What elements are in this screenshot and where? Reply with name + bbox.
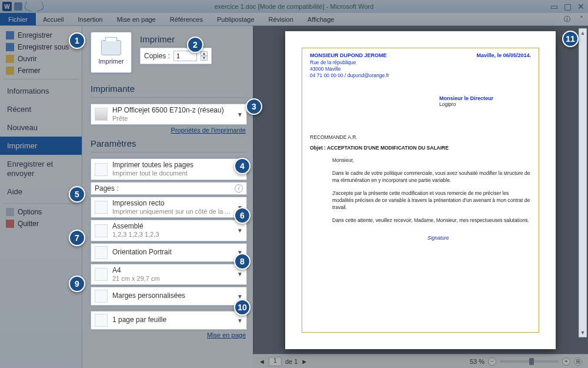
chevron-down-icon: ▼ <box>237 111 243 118</box>
doc-para1: Dans le cadre de votre politique commerc… <box>332 170 531 184</box>
printer-name: HP Officejet 6500 E710n-z (réseau) <box>112 107 232 115</box>
doc-greeting: Monsieur, <box>332 157 531 164</box>
zoom-in-button[interactable]: + <box>562 357 570 366</box>
zoom-out-button[interactable]: − <box>488 357 496 366</box>
printer-properties-link[interactable]: Propriétés de l'imprimante <box>91 127 246 134</box>
printer-dropdown[interactable]: HP Officejet 6500 E710n-z (réseau) Prête… <box>91 104 247 125</box>
chevron-down-icon: ▼ <box>237 317 243 324</box>
setting-duplex-dropdown[interactable]: Impression rectoImprimer uniquement sur … <box>91 197 247 218</box>
tab-references[interactable]: Références <box>163 13 210 25</box>
chevron-down-icon: ▼ <box>237 271 243 277</box>
doc-sender-addr1: Rue de la république <box>310 59 531 66</box>
doc-date-place: Maville, le 06/05/2014. <box>476 52 531 58</box>
exit-icon <box>6 220 14 228</box>
printer-section-heading: Imprimante <box>91 84 247 94</box>
preview-scrollbar[interactable]: ▲ ▼ <box>579 28 587 337</box>
callout-11: 11 <box>562 31 579 47</box>
page-of-label: de 1 <box>285 358 298 365</box>
setting-orientation-dropdown[interactable]: Orientation Portrait ▼ <box>91 243 247 262</box>
current-page-box[interactable]: 1 <box>269 357 282 366</box>
sidebar-item-enregistrer-envoyer[interactable]: Enregistrer et envoyer <box>0 155 82 183</box>
callout-4: 4 <box>234 158 250 174</box>
pages-info-icon[interactable]: i <box>235 184 243 193</box>
undo-icon[interactable] <box>24 1 34 12</box>
callout-10: 10 <box>234 299 250 316</box>
ribbon-help-icon[interactable]: ⓘ <box>559 13 575 25</box>
tab-insertion[interactable]: Insertion <box>71 13 109 25</box>
print-preview-area: MONSIEUR DUPOND JEROME Maville, le 06/05… <box>253 26 588 368</box>
callout-3: 3 <box>246 98 262 115</box>
callout-1: 1 <box>69 32 85 49</box>
window-title: exercice 1.doc [Mode de compatibilité] -… <box>215 3 374 10</box>
pages-per-sheet-icon <box>95 314 108 327</box>
doc-sender-contact: 04 71 00 00 00 / dupond@orange.fr <box>310 72 531 79</box>
doc-recipient1: Monsieur le Directeur <box>439 95 531 101</box>
callout-9: 9 <box>69 276 85 292</box>
ribbon-tabs: Fichier Accueil Insertion Mise en page R… <box>0 13 588 26</box>
setting-scope-dropdown[interactable]: Imprimer toutes les pagesImprimer tout l… <box>91 158 247 180</box>
options-icon <box>6 208 14 216</box>
minimize-button[interactable]: ▭ <box>550 2 558 11</box>
word-app-icon: W <box>2 2 12 11</box>
collate-icon <box>95 224 108 237</box>
save-as-icon <box>6 43 14 51</box>
print-button-label: Imprimer <box>98 58 123 65</box>
tab-accueil[interactable]: Accueil <box>36 13 71 25</box>
tab-publipostage[interactable]: Publipostage <box>210 13 262 25</box>
printer-status-icon <box>95 108 108 121</box>
copies-label: Copies : <box>144 52 170 60</box>
redo-icon[interactable] <box>34 1 45 12</box>
tab-mise-en-page[interactable]: Mise en page <box>110 13 163 25</box>
sidebar-item-informations[interactable]: Informations <box>0 82 82 100</box>
setting-paper-dropdown[interactable]: A421 cm x 29,7 cm ▼ <box>91 264 247 285</box>
printer-icon <box>101 40 121 55</box>
copies-spinner[interactable]: ▲▼ <box>201 51 208 61</box>
zoom-percent: 53 % <box>470 358 485 365</box>
ribbon-collapse-icon[interactable]: ˄ <box>575 13 588 25</box>
callout-5: 5 <box>69 186 85 203</box>
scroll-up-icon[interactable]: ▲ <box>580 30 586 36</box>
doc-signature: Signature <box>427 235 531 242</box>
duplex-icon <box>95 201 108 214</box>
setting-collate-dropdown[interactable]: Assemblé1,2,3 1,2,3 1,2,3 ▼ <box>91 220 247 241</box>
sidebar-item-close[interactable]: Fermer <box>0 65 82 77</box>
titlebar: W exercice 1.doc [Mode de compatibilité]… <box>0 0 588 13</box>
zoom-slider[interactable] <box>500 360 559 363</box>
pages-label: Pages : <box>95 184 119 193</box>
margins-icon <box>95 290 108 303</box>
scroll-down-icon[interactable]: ▼ <box>580 330 586 336</box>
tab-revision[interactable]: Révision <box>262 13 300 25</box>
sidebar-item-quitter[interactable]: Quitter <box>0 218 82 230</box>
pages-input-row: Pages : i <box>91 182 247 195</box>
setting-pages-per-sheet-dropdown[interactable]: 1 page par feuille ▼ <box>91 311 247 330</box>
save-icon[interactable] <box>14 2 22 11</box>
callout-8: 8 <box>234 253 250 270</box>
print-button[interactable]: Imprimer <box>91 32 132 73</box>
maximize-button[interactable]: ▢ <box>564 2 572 11</box>
printer-status: Prête <box>112 115 232 122</box>
sidebar-item-recent[interactable]: Récent <box>0 100 82 118</box>
doc-object: Objet : ACCEPTATION D'UNE MODIFICATION D… <box>310 145 531 152</box>
doc-para2: J'accepte par la présente cette modifica… <box>332 190 531 211</box>
sidebar-item-nouveau[interactable]: Nouveau <box>0 118 82 137</box>
tab-affichage[interactable]: Affichage <box>300 13 342 25</box>
callout-6: 6 <box>234 207 250 224</box>
doc-para3: Dans cette attente, veuillez recevoir, M… <box>332 217 531 224</box>
page-setup-link[interactable]: Mise en page <box>91 331 246 339</box>
sidebar-item-open[interactable]: Ouvrir <box>0 53 82 65</box>
preview-page: MONSIEUR DUPOND JEROME Maville, le 06/05… <box>285 31 556 349</box>
backstage: Enregistrer Enregistrer sous Ouvrir Ferm… <box>0 26 588 368</box>
next-page-button[interactable]: ► <box>301 358 308 365</box>
file-tab[interactable]: Fichier <box>0 13 36 25</box>
pages-input[interactable] <box>121 185 232 192</box>
close-button[interactable]: ✕ <box>577 2 584 11</box>
quick-access-toolbar: W <box>0 2 44 11</box>
zoom-fit-button[interactable]: ⊞ <box>574 357 582 366</box>
print-panel: Imprimer Imprimer Copies : ▲▼ Imprimante <box>82 26 253 368</box>
folder-open-icon <box>6 55 14 63</box>
sidebar-item-imprimer[interactable]: Imprimer <box>0 137 82 155</box>
setting-margins-dropdown[interactable]: Marges personnalisées ▼ <box>91 287 247 306</box>
close-doc-icon <box>6 67 14 75</box>
sidebar-item-options[interactable]: Options <box>0 206 82 218</box>
prev-page-button[interactable]: ◄ <box>259 358 265 365</box>
